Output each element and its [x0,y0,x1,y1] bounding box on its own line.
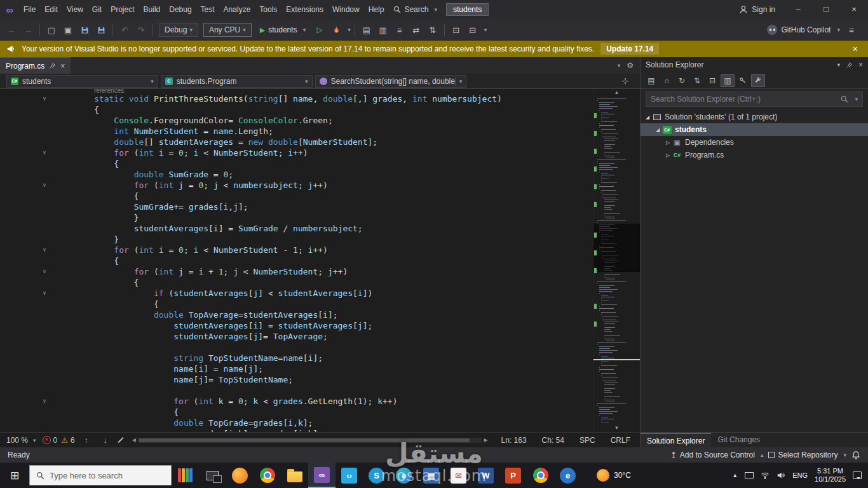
code-line[interactable]: { [0,407,593,417]
columns-icon[interactable]: ▥ [376,22,391,37]
menu-item-debug[interactable]: Debug [165,0,196,19]
tree-collapsed-arrow-icon[interactable]: ▷ [663,152,672,158]
type-dropdown[interactable]: C students.Program ▾ [161,75,313,88]
column-indicator[interactable]: Ch: 54 [536,436,570,445]
taskbar-app-library[interactable] [172,463,199,488]
code-line[interactable]: ∨ for (int i = 0; i < NumberStudent; i++… [0,147,593,158]
properties-icon[interactable] [751,74,765,87]
menu-item-project[interactable]: Project [106,0,139,19]
code-line[interactable]: studentAverages[j]= TopAverage; [0,331,593,342]
fold-chevron-icon[interactable]: ∨ [39,396,50,406]
scroll-right-icon[interactable]: ▶ [484,437,487,443]
member-dropdown[interactable]: SearchStudent(string[] name, double[,] g… [315,75,467,88]
menu-item-git[interactable]: Git [88,0,106,19]
taskbar-app-vs-code[interactable]: ‹› [336,463,363,488]
code-line[interactable]: double TopAverage=studentAverages[i]; [0,309,593,320]
show-all-files-icon[interactable]: ▥ [721,74,735,87]
panel-close-icon[interactable]: × [858,60,863,69]
taskbar-search-input[interactable] [50,471,165,480]
update-link[interactable]: Update 17.14 [600,43,659,55]
tree-item-solution-students-1-of-1-project[interactable]: ◢Solution 'students' (1 of 1 project) [641,111,868,123]
sync-with-active-document-icon[interactable]: ⊟ [705,74,719,87]
maximize-button[interactable]: □ [812,0,840,19]
code-line[interactable]: SumGrade+= grades[i,j]; [0,201,593,212]
code-editor[interactable]: references ∨static void PrintThreeStuden… [0,89,593,432]
menu-item-build[interactable]: Build [139,0,165,19]
bookmark-icon[interactable]: ⊡ [449,22,464,37]
undo-icon[interactable]: ↶ [117,22,132,37]
taskbar-search-box[interactable] [29,465,172,485]
code-line[interactable]: { [0,277,593,288]
project-dropdown[interactable]: C# students ▾ [6,75,158,88]
collapse-all-icon[interactable]: ⇅ [690,74,704,87]
navigate-back-icon[interactable]: ← [4,22,19,37]
code-line[interactable]: name[i] = name[j]; [0,363,593,374]
navigate-forward-icon[interactable]: → [20,22,36,37]
tree-expanded-arrow-icon[interactable]: ◢ [643,114,652,120]
select-repository-button[interactable]: Select Repository ▾ [768,451,846,459]
tab-options-gear-icon[interactable]: ⚙ [627,61,634,70]
code-line[interactable]: ∨static void PrintThreeStudents(string[]… [0,93,593,104]
tree-item-program-cs[interactable]: ▷C#Program.cs [641,149,868,161]
start-without-debug-icon[interactable]: ▷ [312,22,327,37]
line-indicator[interactable]: Ln: 163 [496,436,532,445]
code-line[interactable]: ∨ if (studentAverages[j] < studentAverag… [0,288,593,299]
search-options-chevron-icon[interactable]: ▾ [855,96,858,102]
add-to-source-control-button[interactable]: ↥ Add to Source Control ▴ [670,451,764,459]
warnings-icon[interactable]: ⚠ [61,436,68,445]
taskbar-app-powerpoint[interactable]: P [499,463,527,488]
solution-config-dropdown[interactable]: Debug▾ [159,23,198,37]
minimap-viewport[interactable] [593,224,640,272]
taskbar-app-edge[interactable]: e [390,463,417,488]
quick-search-input[interactable]: students [446,3,489,16]
infobar-close-icon[interactable]: × [849,44,862,54]
feedback-icon[interactable]: ≡ [844,22,859,37]
open-file-icon[interactable]: ▣ [60,22,76,37]
document-outline-icon[interactable]: ▤ [359,22,374,37]
space-indicator[interactable]: SPC [574,436,601,445]
code-line[interactable]: grades[i,k] = grades[i,k]; [0,428,593,432]
minimap-scrollbar[interactable]: ▲ ▼ [593,89,640,432]
start-button[interactable]: ⊞ [0,463,29,488]
menu-item-search[interactable]: Search ▾ [388,0,442,19]
fold-chevron-icon[interactable]: ∨ [39,180,50,190]
code-line[interactable]: double[] studentAverages = new double[Nu… [0,137,593,147]
minimize-button[interactable]: – [784,0,812,19]
solution-search-box[interactable]: ▾ [646,92,863,107]
home-icon[interactable]: ⌂ [660,74,674,87]
code-line[interactable]: double TopGrade=grades[i,k]; [0,417,593,428]
taskbar-app-file-explorer[interactable] [281,463,308,488]
code-line[interactable]: ∨ for (int i = 0; i < NumberStudent - 1;… [0,245,593,255]
menu-item-tools[interactable]: Tools [255,0,281,19]
warning-count[interactable]: 6 [71,436,75,445]
tree-collapsed-arrow-icon[interactable]: ▷ [663,140,672,146]
scroll-left-icon[interactable]: ◀ [132,437,136,443]
code-line[interactable]: name[j]= TopStudentName; [0,374,593,385]
fold-chevron-icon[interactable]: ∨ [39,267,50,276]
menu-item-test[interactable]: Test [196,0,219,19]
code-line[interactable] [0,342,593,353]
display-icon[interactable] [745,472,754,478]
code-line[interactable]: ∨ for (int j = i + 1; j < NumberStudent;… [0,266,593,277]
close-button[interactable]: × [840,0,868,19]
code-line[interactable]: { [0,104,593,115]
panel-pin-icon[interactable] [846,62,853,69]
panel-tab-git-changes[interactable]: Git Changes [711,433,766,447]
new-file-icon[interactable]: ▢ [44,22,59,37]
taskbar-app-calculator[interactable]: ▦ [417,463,445,488]
scroll-down-icon[interactable]: ▼ [593,424,640,432]
split-window-icon[interactable]: ⊹ [614,76,636,86]
clock[interactable]: 5:31 PM 10/1/2025 [815,467,846,484]
code-line[interactable]: } [0,234,593,245]
speaker-icon[interactable] [776,471,785,480]
menu-item-help[interactable]: Help [364,0,389,19]
panel-menu-chevron-icon[interactable]: ▾ [837,62,840,68]
platform-dropdown[interactable]: Any CPU▾ [203,23,252,37]
redo-icon[interactable]: ↷ [133,22,149,37]
code-line[interactable]: ∨ for (int k = 0; k < grades.GetLength(1… [0,396,593,407]
code-line[interactable]: Console.ForegroundColor= ConsoleColor.Gr… [0,115,593,126]
tree-item-dependencies[interactable]: ▷▣Dependencies [641,136,868,149]
wifi-icon[interactable] [761,471,770,480]
github-copilot-button[interactable]: GitHub Copilot ▾ ≡ [762,22,864,37]
refresh-icon[interactable]: ↻ [675,74,689,87]
